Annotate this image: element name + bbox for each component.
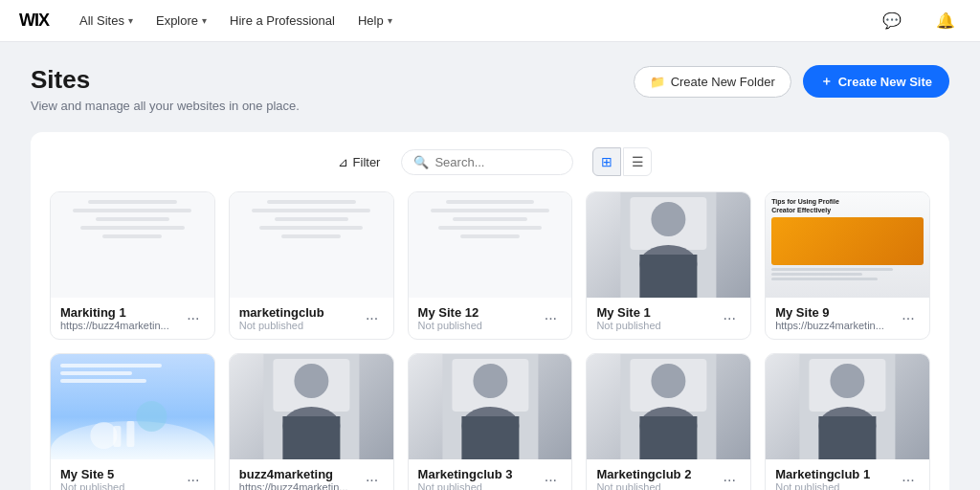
site-url: https://buzz4marketin... <box>60 320 182 331</box>
site-thumbnail <box>51 192 214 298</box>
site-info: Marketingclub 1 Not published ··· <box>766 459 929 490</box>
toolbar: ⊿ Filter 🔍 ⊞ ☰ <box>50 147 930 176</box>
site-more-button[interactable]: ··· <box>361 469 384 490</box>
site-thumbnail <box>766 354 929 459</box>
site-status: Not published <box>775 481 897 490</box>
site-thumbnail <box>230 192 393 298</box>
site-card[interactable]: marketingclub Not published ··· <box>229 191 394 340</box>
svg-point-2 <box>652 202 686 236</box>
site-card[interactable]: Tips for Using ProfileCreator Effectivel… <box>765 191 930 340</box>
site-card[interactable]: Marketingclub 2 Not published ··· <box>586 353 751 490</box>
site-status: Not published <box>60 481 182 490</box>
site-status: Not published <box>418 481 540 490</box>
view-toggle: ⊞ ☰ <box>592 147 652 176</box>
site-name: Marketingclub 3 <box>418 467 540 481</box>
filter-button[interactable]: ⊿ Filter <box>328 149 390 175</box>
chevron-down-icon: ▾ <box>128 15 133 26</box>
search-input[interactable] <box>434 155 561 169</box>
svg-rect-8 <box>126 421 134 447</box>
svg-rect-4 <box>640 255 698 298</box>
sites-grid: Markiting 1 https://buzz4marketin... ···… <box>50 191 930 490</box>
site-thumbnail <box>409 192 572 298</box>
site-info: My Site 1 Not published ··· <box>587 298 750 339</box>
site-status: Not published <box>418 320 540 331</box>
svg-point-6 <box>90 422 117 449</box>
site-info: Markiting 1 https://buzz4marketin... ··· <box>51 298 214 339</box>
site-info: marketingclub Not published ··· <box>230 298 393 339</box>
site-card[interactable]: Marketingclub 1 Not published ··· <box>765 353 930 490</box>
folder-icon: 📁 <box>650 75 665 89</box>
search-icon: 🔍 <box>413 155 429 169</box>
sites-container: ⊿ Filter 🔍 ⊞ ☰ <box>31 132 949 490</box>
nav-help[interactable]: Help ▾ <box>358 13 392 28</box>
chevron-down-icon: ▾ <box>202 15 207 26</box>
site-more-button[interactable]: ··· <box>897 307 920 330</box>
wix-logo: WIX <box>19 11 49 31</box>
grid-view-button[interactable]: ⊞ <box>592 147 621 176</box>
site-card[interactable]: Markiting 1 https://buzz4marketin... ··· <box>50 191 215 340</box>
site-thumbnail <box>587 354 750 459</box>
site-url: https://buzz4marketin... <box>775 320 897 331</box>
site-card[interactable]: My Site 5 Not published ··· <box>50 353 215 490</box>
site-name: My Site 9 <box>775 305 897 320</box>
chevron-down-icon: ▾ <box>388 15 392 26</box>
site-info: My Site 9 https://buzz4marketin... ··· <box>766 298 929 339</box>
svg-point-9 <box>136 401 167 432</box>
page-title-group: Sites View and manage all your websites … <box>31 65 300 113</box>
site-name: Markiting 1 <box>60 305 182 320</box>
create-site-button[interactable]: ＋ Create New Site <box>803 65 949 98</box>
site-name: My Site 12 <box>418 305 540 320</box>
page-header: Sites View and manage all your websites … <box>31 65 949 113</box>
site-info: buzz4marketing https://buzz4marketin... … <box>230 459 393 490</box>
site-more-button[interactable]: ··· <box>539 469 562 490</box>
plus-icon: ＋ <box>820 73 833 90</box>
nav-explore[interactable]: Explore ▾ <box>156 13 207 28</box>
nav-all-sites[interactable]: All Sites ▾ <box>79 13 133 28</box>
site-more-button[interactable]: ··· <box>897 469 920 490</box>
site-info: Marketingclub 3 Not published ··· <box>409 459 572 490</box>
svg-rect-7 <box>113 426 121 447</box>
site-name: marketingclub <box>239 305 361 320</box>
svg-point-17 <box>473 364 507 398</box>
site-name: My Site 1 <box>596 305 718 320</box>
site-more-button[interactable]: ··· <box>182 307 205 330</box>
site-more-button[interactable]: ··· <box>718 307 741 330</box>
site-card[interactable]: Marketingclub 3 Not published ··· <box>408 353 573 490</box>
site-status: Not published <box>596 481 718 490</box>
page-subtitle: View and manage all your websites in one… <box>31 99 300 113</box>
site-more-button[interactable]: ··· <box>361 307 384 330</box>
messages-button[interactable]: 💬 <box>877 6 907 36</box>
nav-hire[interactable]: Hire a Professional <box>230 13 335 28</box>
site-more-button[interactable]: ··· <box>539 307 562 330</box>
message-icon: 💬 <box>882 11 902 30</box>
svg-point-27 <box>831 364 865 398</box>
site-status: Not published <box>596 320 718 331</box>
site-name: Marketingclub 2 <box>596 467 718 481</box>
site-thumbnail <box>587 192 750 298</box>
search-box: 🔍 <box>401 149 573 175</box>
create-folder-button[interactable]: 📁 Create New Folder <box>634 66 791 98</box>
page-title: Sites <box>31 65 300 95</box>
site-name: Marketingclub 1 <box>775 467 897 481</box>
svg-point-12 <box>294 364 328 398</box>
notifications-button[interactable]: 🔔 <box>930 6 961 36</box>
site-url: https://buzz4marketin... <box>239 481 361 490</box>
site-info: My Site 12 Not published ··· <box>409 298 572 339</box>
site-status: Not published <box>239 320 361 331</box>
site-card[interactable]: My Site 12 Not published ··· <box>408 191 573 340</box>
site-more-button[interactable]: ··· <box>718 469 741 490</box>
svg-rect-19 <box>461 416 519 459</box>
svg-rect-29 <box>819 416 877 459</box>
site-thumbnail: Tips for Using ProfileCreator Effectivel… <box>766 192 929 298</box>
main-content: Sites View and manage all your websites … <box>0 42 980 490</box>
site-card[interactable]: My Site 1 Not published ··· <box>586 191 751 340</box>
site-name: buzz4marketing <box>239 467 361 481</box>
bell-icon: 🔔 <box>936 11 955 30</box>
list-view-button[interactable]: ☰ <box>623 147 652 176</box>
site-card[interactable]: buzz4marketing https://buzz4marketin... … <box>229 353 394 490</box>
grid-icon: ⊞ <box>601 154 612 169</box>
svg-rect-14 <box>282 416 340 459</box>
site-more-button[interactable]: ··· <box>182 469 205 490</box>
site-thumbnail <box>409 354 572 459</box>
site-info: My Site 5 Not published ··· <box>51 459 214 490</box>
